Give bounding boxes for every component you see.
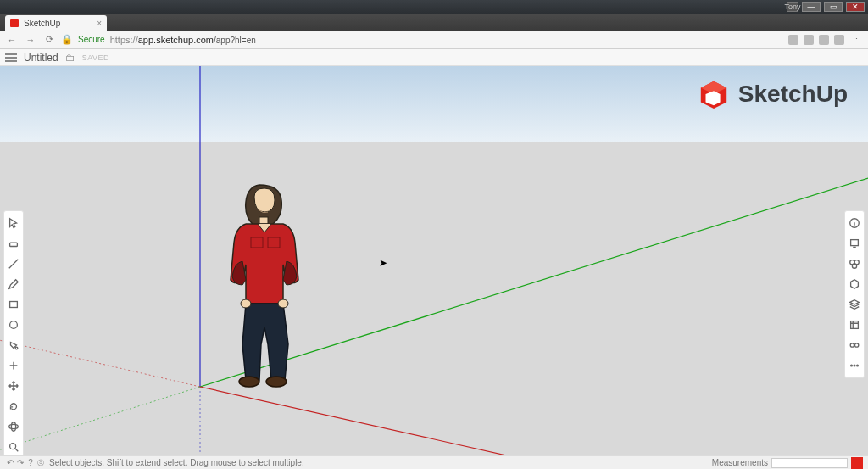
svg-point-27	[854, 365, 855, 366]
axis-y-negative	[0, 387, 200, 455]
svg-rect-11	[10, 302, 18, 308]
svg-point-15	[11, 422, 15, 432]
extension-icon[interactable]	[804, 35, 814, 45]
orbit-tool-icon[interactable]	[7, 420, 20, 433]
hamburger-menu-button[interactable]	[5, 53, 17, 62]
os-close-button[interactable]: ✕	[846, 2, 865, 12]
svg-rect-23	[851, 321, 859, 329]
os-title-bar: Tony — ▭ ✕	[0, 0, 868, 14]
svg-point-5	[239, 377, 259, 387]
svg-point-6	[266, 377, 287, 387]
scale-figure-person	[231, 185, 298, 387]
browser-chrome: SketchUp × ← → ⟳ 🔒 Secure https://app.sk…	[0, 14, 868, 49]
svg-point-3	[241, 299, 251, 308]
document-title[interactable]: Untitled	[24, 52, 58, 64]
saved-status: SAVED	[82, 53, 109, 62]
help-icon[interactable]: ?	[25, 458, 36, 468]
line-tool-icon[interactable]	[7, 257, 20, 271]
left-tool-dock	[3, 210, 24, 455]
svg-rect-10	[10, 243, 18, 246]
rotate-tool-icon[interactable]	[7, 399, 20, 413]
sketchup-corner-icon[interactable]	[851, 457, 863, 469]
sketchup-favicon-icon	[10, 19, 19, 27]
axis-x-positive	[200, 387, 661, 455]
forward-button[interactable]: →	[24, 35, 37, 45]
model-viewport[interactable]: ➤ SketchUp	[0, 66, 868, 455]
os-maximize-button[interactable]: ▭	[824, 2, 843, 12]
browser-extension-icons	[788, 35, 844, 45]
browser-tab-title: SketchUp	[24, 19, 60, 28]
globe-icon[interactable]: ⦾	[36, 458, 46, 468]
select-tool-icon[interactable]	[7, 216, 20, 230]
pushpull-tool-icon[interactable]	[7, 359, 20, 372]
os-tray-user: Tony	[787, 2, 798, 12]
svg-point-13	[15, 347, 18, 349]
sketchup-logo: SketchUp	[698, 78, 848, 110]
svg-point-28	[857, 365, 859, 366]
zoom-tool-icon[interactable]	[7, 440, 20, 454]
url-domain: app.sketchup.com	[138, 35, 214, 45]
redo-icon[interactable]: ↷	[15, 458, 25, 468]
lock-icon: 🔒	[61, 34, 73, 45]
os-minimize-button[interactable]: —	[802, 2, 821, 12]
folder-icon[interactable]: 🗀	[65, 52, 75, 64]
svg-point-4	[278, 299, 288, 308]
svg-point-16	[10, 444, 16, 449]
back-button[interactable]: ←	[5, 35, 19, 45]
svg-point-22	[852, 264, 856, 268]
reload-button[interactable]: ⟳	[42, 34, 56, 45]
rectangle-tool-icon[interactable]	[7, 298, 20, 311]
panel-views-icon[interactable]	[848, 338, 861, 352]
app-header: Untitled 🗀 SAVED	[0, 49, 868, 66]
panel-more-icon[interactable]	[848, 359, 861, 372]
status-bar: ↶ ↷ ? ⦾ Select objects. Shift to extend …	[0, 455, 868, 469]
svg-point-24	[850, 343, 854, 347]
secure-label: Secure	[78, 35, 105, 44]
browser-tab[interactable]: SketchUp ×	[5, 15, 107, 31]
sketchup-logo-icon	[698, 78, 730, 110]
svg-point-26	[851, 365, 853, 366]
extension-icon[interactable]	[834, 35, 844, 45]
browser-menu-button[interactable]: ⋮	[849, 34, 863, 45]
measurements-input[interactable]	[771, 458, 848, 468]
panel-display-icon[interactable]	[848, 237, 861, 250]
panel-layers-icon[interactable]	[848, 298, 861, 311]
address-bar[interactable]: https://app.sketchup.com/app?hl=en	[110, 35, 256, 45]
url-path: /app?hl=en	[214, 36, 256, 45]
sketchup-app: Untitled 🗀 SAVED	[0, 49, 868, 469]
extension-icon[interactable]	[788, 35, 798, 45]
measurements-label: Measurements	[712, 458, 768, 467]
pencil-tool-icon[interactable]	[7, 277, 20, 291]
extension-icon[interactable]	[819, 35, 829, 45]
panel-colors-icon[interactable]	[848, 257, 861, 271]
browser-tab-strip: SketchUp ×	[0, 14, 868, 31]
move-tool-icon[interactable]	[7, 379, 20, 393]
mouse-cursor-icon: ➤	[379, 257, 387, 269]
paint-tool-icon[interactable]	[7, 338, 20, 352]
svg-point-12	[10, 321, 18, 329]
undo-icon[interactable]: ↶	[5, 458, 15, 468]
axis-y-positive	[200, 171, 868, 387]
svg-point-25	[854, 343, 858, 347]
panel-scenes-icon[interactable]	[848, 318, 861, 332]
panel-info-icon[interactable]	[848, 216, 861, 230]
svg-rect-0	[259, 217, 268, 224]
right-tool-dock	[844, 210, 865, 378]
tab-close-button[interactable]: ×	[97, 19, 102, 28]
svg-point-14	[9, 424, 19, 428]
svg-rect-19	[851, 240, 859, 246]
panel-materials-icon[interactable]	[848, 277, 861, 291]
circle-tool-icon[interactable]	[7, 318, 20, 332]
eraser-tool-icon[interactable]	[7, 237, 20, 250]
scene-svg	[0, 66, 868, 455]
browser-toolbar: ← → ⟳ 🔒 Secure https://app.sketchup.com/…	[0, 31, 868, 49]
status-hint: Select objects. Shift to extend select. …	[49, 458, 304, 467]
sketchup-logo-text: SketchUp	[738, 81, 848, 108]
axis-x-negative	[0, 332, 200, 387]
